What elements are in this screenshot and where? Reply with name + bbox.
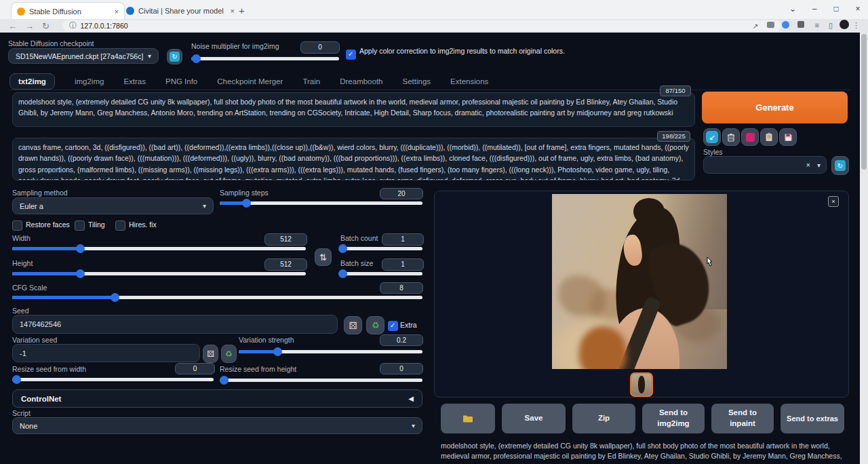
forward-icon[interactable]: →	[25, 21, 34, 31]
zip-button[interactable]: Zip	[572, 404, 635, 433]
open-folder-button[interactable]	[441, 404, 495, 433]
paste-arrow-icon: ↙	[706, 131, 718, 143]
read-parameters-button[interactable]: ↙	[703, 128, 721, 146]
variation-seed-input[interactable]	[12, 344, 200, 362]
seed-input[interactable]	[12, 315, 338, 334]
resize-seed-height-value[interactable]: 0	[380, 363, 423, 374]
swap-width-height-button[interactable]: ⇅	[315, 248, 332, 266]
noise-multiplier-slider[interactable]	[191, 57, 339, 60]
tiling-checkbox[interactable]	[75, 220, 85, 231]
close-window-button[interactable]: ×	[848, 0, 868, 18]
clear-prompt-button[interactable]	[722, 128, 740, 146]
batch-size-slider[interactable]	[341, 272, 422, 275]
variation-strength-label: Variation strength	[239, 336, 294, 344]
noise-multiplier-value[interactable]: 0	[300, 41, 340, 54]
share-icon[interactable]: ↗	[753, 22, 759, 30]
height-slider[interactable]	[12, 272, 306, 275]
send-to-inpaint-button[interactable]: Send to inpaint	[711, 404, 774, 433]
sampling-method-dropdown[interactable]: Euler a	[12, 197, 214, 214]
tab-close-icon[interactable]: ×	[115, 7, 119, 16]
tab-settings[interactable]: Settings	[403, 77, 431, 85]
width-value[interactable]: 512	[264, 233, 307, 246]
reload-icon[interactable]: ↻	[42, 21, 50, 31]
refresh-checkpoints-button[interactable]: ↻	[167, 49, 182, 64]
app-window: Stable Diffusion × Civitai | Share your …	[0, 0, 868, 464]
refresh-styles-button[interactable]: ↻	[831, 156, 849, 175]
browser-menu-icon[interactable]: ⋮	[852, 21, 860, 30]
cfg-scale-slider[interactable]	[12, 296, 422, 299]
height-value[interactable]: 512	[264, 258, 307, 271]
reuse-variation-seed-button[interactable]: ♻	[221, 345, 237, 363]
tab-png-info[interactable]: PNG Info	[165, 77, 197, 85]
color-correction-checkbox[interactable]	[346, 50, 356, 60]
save-button[interactable]: Save	[502, 404, 566, 433]
sampling-steps-value[interactable]: 20	[380, 188, 423, 199]
cfg-scale-value[interactable]: 8	[380, 282, 423, 294]
extensions-puzzle-icon[interactable]	[797, 21, 804, 29]
generated-image[interactable]	[552, 194, 727, 369]
save-style-button[interactable]	[779, 128, 797, 146]
tab-extras[interactable]: Extras	[123, 77, 146, 85]
extra-networks-button[interactable]	[741, 128, 759, 146]
script-dropdown[interactable]: None	[12, 417, 422, 434]
minimize-button[interactable]: –	[804, 0, 825, 18]
tab-extensions[interactable]: Extensions	[450, 77, 488, 85]
batch-count-value[interactable]: 1	[382, 233, 424, 246]
reuse-seed-button[interactable]: ♻	[366, 316, 384, 334]
hires-fix-checkbox[interactable]	[115, 220, 125, 231]
resize-seed-width-value[interactable]: 0	[175, 363, 215, 374]
profile-avatar[interactable]	[840, 20, 849, 31]
browser-tab-civitai[interactable]: Civitai | Share your models ×	[121, 2, 240, 19]
chevron-down-icon[interactable]: ⌄	[783, 0, 803, 18]
tab-txt2img[interactable]: txt2img	[9, 73, 55, 90]
random-seed-button[interactable]: ⚄	[344, 316, 362, 334]
send-to-extras-button[interactable]: Send to extras	[781, 404, 844, 433]
reading-list-icon[interactable]: ≡	[815, 21, 819, 29]
apply-styles-button[interactable]	[760, 128, 778, 146]
controlnet-accordion[interactable]: ControlNet ◀	[12, 389, 422, 408]
batch-size-value[interactable]: 1	[382, 258, 424, 271]
resize-seed-width-slider[interactable]	[12, 378, 214, 381]
tab-img2img[interactable]: img2img	[75, 77, 104, 85]
resize-seed-height-label: Resize seed from height	[220, 365, 296, 373]
send-to-img2img-button[interactable]: Send to img2img	[642, 404, 705, 433]
trash-icon	[727, 133, 735, 142]
maximize-button[interactable]: □	[826, 0, 846, 18]
random-variation-seed-button[interactable]: ⚄	[203, 345, 218, 363]
tab-checkpoint-merger[interactable]: Checkpoint Merger	[217, 77, 283, 85]
sampling-steps-slider[interactable]	[220, 201, 422, 205]
extension-blue-icon[interactable]	[782, 21, 789, 30]
width-slider[interactable]	[12, 247, 306, 250]
controlnet-label: ControlNet	[21, 395, 61, 403]
new-tab-button[interactable]: +	[233, 2, 254, 19]
checkpoint-dropdown[interactable]: SD15NewVAEpruned.ckpt [27a4ac756c]	[8, 48, 159, 64]
clear-styles-icon[interactable]: ×	[806, 161, 810, 169]
browser-tab-stable-diffusion[interactable]: Stable Diffusion ×	[11, 2, 125, 20]
side-panel-icon[interactable]: ▯	[829, 21, 833, 30]
close-gallery-button[interactable]: ×	[828, 196, 839, 207]
variation-strength-value[interactable]: 0.2	[380, 334, 423, 346]
address-bar[interactable]: ⓘ 127.0.0.1:7860 ↗ ☆	[62, 20, 781, 31]
negative-prompt-textarea[interactable]: canvas frame, cartoon, 3d, ((disfigured)…	[12, 138, 695, 180]
restore-faces-checkbox[interactable]	[12, 220, 22, 231]
sampling-steps-label: Sampling steps	[220, 189, 269, 197]
resize-seed-height-slider[interactable]	[220, 379, 422, 382]
info-icon[interactable]: ⓘ	[69, 21, 77, 31]
resize-seed-width-label: Resize seed from width	[12, 365, 86, 373]
variation-strength-slider[interactable]	[239, 350, 422, 353]
scrollbar-thumb[interactable]	[861, 34, 867, 170]
gallery-thumbnail[interactable]	[630, 372, 653, 397]
generate-button[interactable]: Generate	[702, 92, 848, 123]
tab-train[interactable]: Train	[302, 77, 320, 85]
scrollbar-track[interactable]	[860, 33, 868, 464]
back-icon[interactable]: ←	[8, 21, 17, 31]
styles-label: Styles	[703, 148, 723, 156]
dice-icon: ⚄	[207, 349, 214, 359]
prompt-textarea[interactable]: modelshoot style, (extremely detailed CG…	[12, 92, 695, 127]
styles-dropdown[interactable]: × ▾	[703, 156, 827, 174]
tab-dreambooth[interactable]: Dreambooth	[340, 77, 382, 85]
extension-grid-icon[interactable]	[767, 21, 774, 29]
main-tabs: txt2img img2img Extras PNG Info Checkpoi…	[9, 73, 850, 90]
extra-seed-checkbox[interactable]	[388, 321, 398, 331]
batch-count-slider[interactable]	[341, 247, 422, 250]
